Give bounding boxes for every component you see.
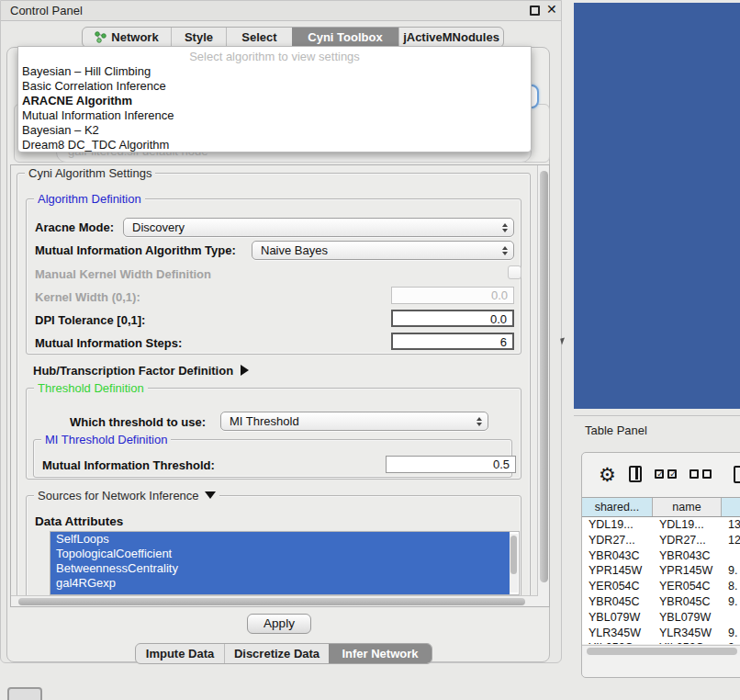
tab-cyni-toolbox[interactable]: Cyni Toolbox (292, 28, 398, 47)
attribute-list-item[interactable]: SelfLoops (50, 532, 510, 547)
table-cell: YBR043C (653, 548, 722, 564)
algorithm-option[interactable]: Basic Correlation Inference (18, 79, 531, 94)
group-title: MI Threshold Definition (41, 433, 171, 446)
table-cell: 12 (722, 533, 740, 548)
which-threshold-label: Which threshold to use: (70, 415, 206, 429)
tab-infer-network[interactable]: Infer Network (329, 644, 432, 663)
dpi-tolerance-label: DPI Tolerance [0,1]: (35, 313, 145, 327)
algorithm-option[interactable]: Bayesian – K2 (18, 123, 531, 138)
column-header-shared-name[interactable]: shared... (582, 498, 653, 516)
attribute-list-item[interactable]: gal4RGexp (50, 576, 510, 591)
table-header-row: shared... name A (582, 497, 740, 517)
algorithm-option[interactable]: Bayesian – Hill Climbing (18, 64, 531, 79)
tab-discretize-data[interactable]: Discretize Data (224, 644, 329, 663)
mi-threshold-field[interactable]: 0.5 (386, 456, 516, 473)
document-icon[interactable] (734, 466, 740, 483)
checked-pair-icon[interactable]: ✓✓ (655, 469, 677, 479)
data-attributes-label: Data Attributes (35, 514, 123, 528)
which-threshold-combo[interactable]: MI Threshold (220, 412, 488, 431)
table-horizontal-scrollbar[interactable] (582, 645, 740, 656)
network-view-frame[interactable]: GALGAL80GAL10GAL1GAL11SWI4GAL4GCY1HAP4YH… (574, 3, 740, 409)
mouse-cursor (560, 337, 566, 344)
dpi-tolerance-field[interactable]: 0.0 (391, 310, 514, 327)
unchecked-pair-icon[interactable] (690, 469, 712, 479)
table-cell: YDR27... (653, 533, 722, 548)
algorithm-option[interactable]: Mutual Information Inference (18, 108, 531, 123)
table-cell: YIL052C (653, 640, 722, 644)
clipped-bottom-button[interactable] (7, 687, 42, 700)
table-row[interactable]: YBL079WYBL079W (582, 610, 740, 626)
expand-arrow-icon (241, 365, 249, 376)
table-row[interactable]: YPR145WYPR145W9. (582, 563, 740, 579)
tab-label: Select (241, 30, 276, 44)
table-cell: YDL19... (582, 517, 653, 533)
list-vertical-scrollbar[interactable] (510, 534, 518, 593)
table-cell: 9. (722, 594, 740, 610)
tab-label: Network (111, 30, 158, 44)
split-columns-icon[interactable] (629, 466, 642, 482)
tab-style[interactable]: Style (171, 28, 226, 47)
kernel-width-field[interactable]: 0.0 (391, 287, 514, 304)
stepper-arrows-icon (471, 417, 488, 426)
scrollbar-thumb[interactable] (540, 171, 548, 582)
apply-button[interactable]: Apply (247, 614, 311, 634)
table-cell: YBR045C (653, 594, 722, 610)
mi-steps-field[interactable]: 6 (391, 333, 514, 350)
mi-threshold-label: Mutual Information Threshold: (42, 458, 215, 472)
table-cell: YDR27... (582, 533, 653, 548)
data-attributes-list[interactable]: SelfLoopsTopologicalCoefficientBetweenne… (50, 531, 520, 595)
table-cell: YBL079W (653, 610, 722, 626)
column-header-name[interactable]: name (653, 498, 722, 516)
mi-type-combo[interactable]: Naive Bayes (252, 241, 514, 260)
algorithm-list: Bayesian – Hill ClimbingBasic Correlatio… (18, 64, 531, 152)
stepper-arrows-icon (497, 223, 513, 232)
table-row[interactable]: YER054CYER054C8. (582, 579, 740, 594)
hub-section-toggle[interactable]: Hub/Transcription Factor Definition (33, 364, 249, 378)
table-cell: 9. (722, 563, 740, 579)
table-body: YDL19...YDL19...13YDR27...YDR27...12YBR0… (582, 517, 740, 644)
aracne-mode-combo[interactable]: Discovery (123, 218, 514, 237)
panel-title: Control Panel (10, 4, 83, 17)
column-header-clipped[interactable]: A (722, 498, 740, 516)
table-cell (722, 548, 740, 564)
table-cell: YPR145W (653, 563, 722, 579)
table-row[interactable]: YDL19...YDL19...13 (582, 517, 740, 533)
kernel-width-label: Kernel Width (0,1): (35, 290, 140, 304)
tab-label: jActiveMNodules (403, 30, 499, 44)
algorithm-option[interactable]: Dream8 DC_TDC Algorithm (18, 138, 531, 152)
scrollbar-thumb[interactable] (18, 598, 525, 605)
aracne-mode-label: Aracne Mode: (35, 220, 114, 234)
algorithm-option[interactable]: ARACNE Algorithm (18, 94, 531, 108)
table-cell: YER054C (582, 579, 653, 594)
group-title: Algorithm Definition (34, 192, 145, 206)
stepper-arrows-icon (497, 246, 513, 255)
float-panel-icon[interactable] (530, 6, 540, 16)
tab-select[interactable]: Select (226, 28, 292, 47)
table-cell: YLR345W (653, 626, 722, 641)
table-panel: ⚙ ✓✓ shared... name A YDL19...YDL19...13… (581, 452, 740, 678)
attribute-list-item[interactable]: TopologicalCoefficient (50, 547, 510, 561)
table-row[interactable]: YIL052CYIL052C9 (582, 640, 740, 644)
settings-horizontal-scrollbar[interactable] (11, 595, 538, 606)
table-row[interactable]: YDR27...YDR27...12 (582, 533, 740, 548)
tab-label: Cyni Toolbox (308, 30, 382, 44)
table-row[interactable]: YBR045CYBR045C9. (582, 594, 740, 610)
table-cell: YBR045C (582, 594, 653, 610)
table-cell: YDL19... (653, 517, 722, 533)
scrollbar-thumb[interactable] (587, 648, 737, 655)
manual-kernel-checkbox[interactable] (508, 265, 521, 279)
control-panel: Control Panel ✕ Network Style Select (0, 0, 562, 663)
table-cell: 13 (722, 517, 740, 533)
table-row[interactable]: YBR043CYBR043C (582, 548, 740, 564)
bottom-tab-bar: Impute Data Discretize Data Infer Networ… (135, 643, 432, 664)
settings-vertical-scrollbar[interactable] (537, 165, 549, 607)
tab-network[interactable]: Network (83, 28, 171, 47)
gear-icon[interactable]: ⚙ (599, 465, 616, 484)
table-row[interactable]: YLR345WYLR345W9. (582, 626, 740, 641)
mi-steps-label: Mutual Information Steps: (35, 336, 182, 350)
group-title: Sources for Network Inference (34, 489, 219, 502)
tab-impute-data[interactable]: Impute Data (136, 644, 224, 663)
tab-jactivemnodules[interactable]: jActiveMNodules (398, 28, 503, 47)
close-icon[interactable]: ✕ (546, 2, 557, 17)
attribute-list-item[interactable]: BetweennessCentrality (50, 561, 510, 576)
